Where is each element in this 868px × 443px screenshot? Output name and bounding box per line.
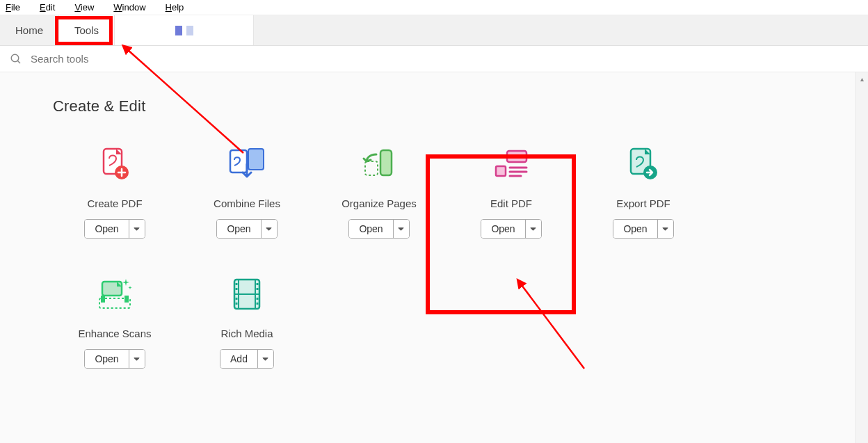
svg-rect-23 [236, 283, 238, 285]
tool-enhance-scans: Enhance Scans Open [49, 273, 181, 369]
tools-content: Create & Edit Create PDF Open [0, 72, 868, 443]
svg-rect-9 [496, 166, 506, 176]
svg-rect-6 [380, 150, 392, 175]
svg-rect-28 [257, 288, 259, 290]
menu-edit[interactable]: Edit [40, 2, 65, 13]
svg-rect-25 [236, 298, 238, 300]
tool-create-pdf: Create PDF Open [49, 143, 181, 239]
open-button-edit-pdf[interactable]: Open [481, 219, 541, 239]
tool-combine-files: Combine Files Open [181, 143, 313, 239]
tool-label: Export PDF [577, 198, 709, 209]
open-button-create-pdf[interactable]: Open [84, 219, 145, 239]
svg-rect-7 [365, 161, 378, 175]
menu-window[interactable]: Window [113, 2, 155, 13]
vertical-scrollbar[interactable]: ▴ [855, 72, 868, 443]
chevron-down-icon[interactable] [526, 220, 541, 238]
search-input[interactable] [29, 52, 238, 65]
svg-rect-17 [101, 296, 105, 303]
menu-bar: File Edit View Window Help [0, 0, 868, 15]
open-button-combine-files[interactable]: Open [216, 219, 277, 239]
svg-rect-5 [248, 149, 264, 170]
tool-label: Enhance Scans [49, 328, 181, 339]
export-pdf-icon [577, 143, 709, 185]
search-bar [0, 46, 868, 72]
svg-rect-18 [124, 296, 129, 303]
enhance-scans-icon [49, 273, 181, 315]
svg-point-0 [11, 54, 19, 62]
menu-view[interactable]: View [74, 2, 104, 13]
edit-pdf-icon [445, 143, 577, 185]
svg-rect-30 [257, 303, 259, 305]
tool-rich-media: Rich Media Add [181, 273, 313, 369]
chevron-down-icon[interactable] [262, 220, 277, 238]
tab-document[interactable] [115, 15, 254, 45]
open-button-enhance-scans[interactable]: Open [84, 349, 145, 369]
tool-export-pdf: Export PDF Open [577, 143, 709, 239]
rich-media-icon [181, 273, 313, 315]
search-icon [10, 53, 22, 65]
chevron-down-icon[interactable] [394, 220, 409, 238]
svg-rect-26 [236, 303, 238, 305]
chevron-down-icon[interactable] [129, 350, 145, 368]
menu-help[interactable]: Help [166, 2, 194, 13]
tool-label: Combine Files [181, 198, 313, 209]
create-pdf-icon [49, 143, 181, 185]
chevron-down-icon[interactable] [258, 350, 273, 368]
tab-home[interactable]: Home [0, 15, 59, 45]
tab-bar: Home Tools [0, 15, 868, 46]
combine-files-icon [181, 143, 313, 185]
svg-line-1 [17, 61, 20, 63]
menu-file[interactable]: File [6, 2, 30, 13]
tool-label: Rich Media [181, 328, 313, 339]
tool-edit-pdf: Edit PDF Open [445, 143, 577, 239]
scroll-up-icon[interactable]: ▴ [856, 72, 868, 85]
add-button-rich-media[interactable]: Add [220, 349, 274, 369]
tool-grid: Create PDF Open Combine Files [49, 143, 819, 403]
svg-rect-4 [230, 150, 247, 172]
tool-label: Create PDF [49, 198, 181, 209]
svg-rect-8 [507, 151, 527, 162]
chevron-down-icon[interactable] [129, 220, 145, 238]
bookmark-icon [175, 26, 182, 35]
bookmark-icon-faded [186, 26, 193, 35]
chevron-down-icon[interactable] [658, 220, 673, 238]
open-button-organize-pages[interactable]: Open [348, 219, 409, 239]
tab-tools[interactable]: Tools [59, 15, 115, 45]
open-button-export-pdf[interactable]: Open [613, 219, 673, 239]
tool-organize-pages: Organize Pages Open [313, 143, 445, 239]
tool-label: Organize Pages [313, 198, 445, 209]
tool-label: Edit PDF [445, 198, 577, 209]
svg-rect-24 [236, 288, 238, 290]
svg-rect-29 [257, 298, 259, 300]
organize-pages-icon [313, 143, 445, 185]
section-title-create-edit: Create & Edit [53, 97, 819, 115]
svg-rect-27 [257, 283, 259, 285]
